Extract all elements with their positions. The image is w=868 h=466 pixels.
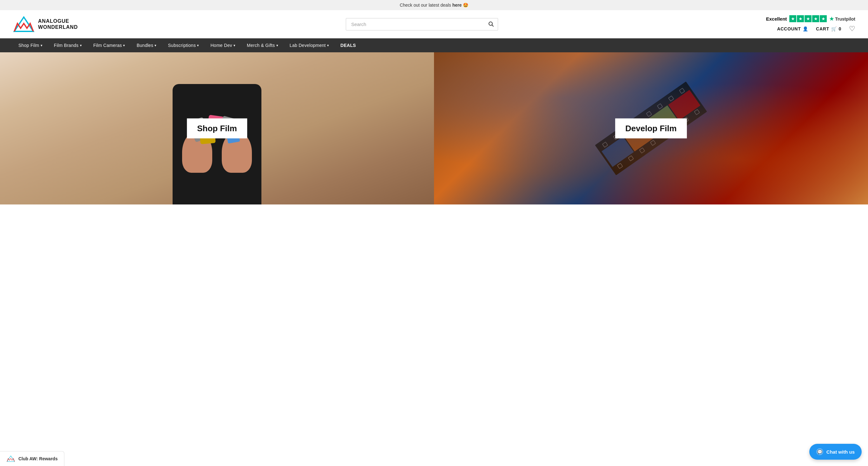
nav-film-brands[interactable]: Film Brands ▾ bbox=[48, 38, 88, 52]
cart-button[interactable]: CART 🛒 0 bbox=[816, 26, 841, 31]
nav-subscriptions-label: Subscriptions bbox=[168, 43, 196, 48]
nav-home-dev[interactable]: Home Dev ▾ bbox=[205, 38, 241, 52]
announcement-bold: here bbox=[453, 3, 462, 8]
nav-lab-development-label: Lab Development bbox=[290, 43, 326, 48]
trustpilot-rating: Excellent bbox=[766, 16, 787, 22]
star-2: ★ bbox=[797, 15, 804, 22]
logo-text: ANALOGUE WONDERLAND bbox=[38, 18, 78, 30]
cart-count: 0 bbox=[839, 26, 842, 31]
nav-home-dev-label: Home Dev bbox=[210, 43, 232, 48]
hero-left-panel[interactable]: Shop Film bbox=[0, 52, 434, 204]
star-4: ★ bbox=[812, 15, 819, 22]
wishlist-button[interactable]: ♡ bbox=[849, 25, 855, 33]
account-label: ACCOUNT bbox=[777, 26, 801, 31]
nav-subscriptions[interactable]: Subscriptions ▾ bbox=[162, 38, 205, 52]
announcement-bar: Check out our latest deals here 🤩 bbox=[0, 0, 868, 10]
cart-label: CART bbox=[816, 26, 829, 31]
chevron-down-icon: ▾ bbox=[197, 43, 199, 47]
star-5: ★ bbox=[820, 15, 827, 22]
chevron-down-icon: ▾ bbox=[41, 43, 42, 47]
trustpilot-row: Excellent ★ ★ ★ ★ ★ ★ Trustpilot bbox=[766, 15, 855, 22]
announcement-emoji: 🤩 bbox=[463, 3, 468, 8]
nav-film-cameras-label: Film Cameras bbox=[93, 43, 122, 48]
account-icon: 👤 bbox=[803, 26, 808, 31]
search-button[interactable] bbox=[484, 18, 498, 30]
announcement-text: Check out our latest deals bbox=[400, 3, 453, 8]
header-right: Excellent ★ ★ ★ ★ ★ ★ Trustpilot ACCOUNT… bbox=[766, 15, 855, 33]
nav-lab-development[interactable]: Lab Development ▾ bbox=[284, 38, 335, 52]
account-button[interactable]: ACCOUNT 👤 bbox=[777, 26, 809, 31]
hero-develop-film-label: Develop Film bbox=[615, 119, 687, 138]
cart-icon: 🛒 bbox=[831, 26, 837, 31]
trustpilot-stars: ★ ★ ★ ★ ★ bbox=[789, 15, 827, 22]
trustpilot-star-icon: ★ bbox=[829, 16, 834, 22]
chevron-down-icon: ▾ bbox=[327, 43, 329, 47]
chevron-down-icon: ▾ bbox=[155, 43, 156, 47]
search-area bbox=[346, 18, 498, 30]
svg-line-2 bbox=[492, 25, 493, 27]
nav-shop-film-label: Shop Film bbox=[19, 43, 39, 48]
nav-film-brands-label: Film Brands bbox=[54, 43, 79, 48]
main-nav: Shop Film ▾ Film Brands ▾ Film Cameras ▾… bbox=[0, 38, 868, 52]
chevron-down-icon: ▾ bbox=[234, 43, 236, 47]
nav-film-cameras[interactable]: Film Cameras ▾ bbox=[88, 38, 131, 52]
nav-merch-gifts[interactable]: Merch & Gifts ▾ bbox=[241, 38, 284, 52]
nav-bundles[interactable]: Bundles ▾ bbox=[131, 38, 162, 52]
star-1: ★ bbox=[789, 15, 796, 22]
trustpilot-brand: ★ Trustpilot bbox=[829, 16, 855, 22]
nav-bundles-label: Bundles bbox=[137, 43, 154, 48]
logo-icon bbox=[13, 15, 35, 33]
search-icon bbox=[488, 21, 494, 27]
star-3: ★ bbox=[805, 15, 811, 22]
nav-deals[interactable]: DEALS bbox=[335, 38, 362, 52]
chevron-down-icon: ▾ bbox=[276, 43, 278, 47]
hero-right-panel[interactable]: Develop Film bbox=[434, 52, 868, 204]
nav-deals-label: DEALS bbox=[340, 43, 356, 48]
hero-shop-film-label: Shop Film bbox=[187, 119, 247, 138]
logo-link[interactable]: ANALOGUE WONDERLAND bbox=[13, 15, 78, 33]
wishlist-icon: ♡ bbox=[849, 25, 855, 33]
search-input[interactable] bbox=[346, 18, 498, 30]
chevron-down-icon: ▾ bbox=[123, 43, 125, 47]
nav-shop-film[interactable]: Shop Film ▾ bbox=[13, 38, 48, 52]
header: ANALOGUE WONDERLAND Excellent ★ ★ ★ ★ ★ bbox=[0, 10, 868, 38]
nav-merch-gifts-label: Merch & Gifts bbox=[247, 43, 275, 48]
hero-section: Shop Film bbox=[0, 52, 868, 204]
header-actions: ACCOUNT 👤 CART 🛒 0 ♡ bbox=[777, 25, 856, 33]
chevron-down-icon: ▾ bbox=[80, 43, 82, 47]
